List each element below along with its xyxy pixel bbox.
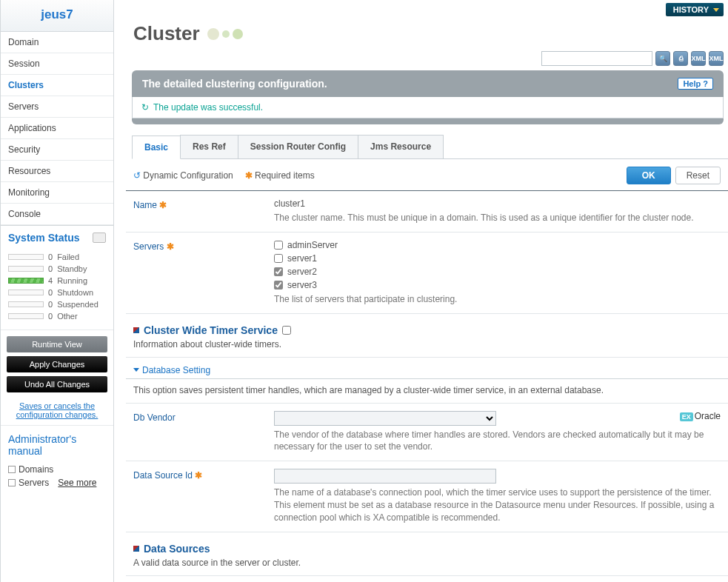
servers-row: Servers ✱ adminServerserver1server2serve…	[126, 233, 728, 314]
monitor-icon[interactable]	[93, 233, 106, 243]
db-vendor-select[interactable]	[274, 411, 496, 426]
status-label: Other	[57, 312, 78, 321]
server-checkbox-server1[interactable]	[274, 254, 283, 263]
status-count: 0	[48, 300, 53, 309]
toolbar: 🔍 ⎙ XML XML	[126, 51, 728, 70]
brand-title: jeus7	[1, 0, 113, 32]
server-checkbox-server3[interactable]	[274, 281, 283, 290]
nav-item-resources[interactable]: Resources	[1, 161, 113, 182]
nav-item-domain[interactable]: Domain	[1, 32, 113, 53]
server-option-server3: server3	[274, 280, 721, 290]
servers-label: Servers ✱	[133, 240, 274, 306]
nav-item-session[interactable]: Session	[1, 53, 113, 75]
ds-id-input[interactable]	[274, 469, 496, 484]
tab-res-ref[interactable]: Res Ref	[180, 135, 238, 158]
upload-xml-icon[interactable]: XML	[691, 51, 706, 66]
data-sources-header: Data Sources	[126, 532, 728, 556]
section-icon	[133, 327, 139, 333]
download-xml-icon[interactable]: XML	[709, 51, 724, 66]
database-setting-toggle[interactable]: Database Setting	[126, 358, 728, 379]
required-icon: ✱	[245, 170, 253, 181]
panel-title: The detailed clustering configuration.	[142, 78, 327, 90]
nav-item-console[interactable]: Console	[1, 204, 113, 225]
search-icon[interactable]: 🔍	[655, 51, 670, 66]
save-note: Saves or cancels the configuration chang…	[1, 398, 113, 425]
legend-row: ↻ Dynamic Configuration ✱ Required items…	[126, 159, 728, 191]
status-count: 4	[48, 276, 53, 285]
server-option-server2: server2	[274, 267, 721, 277]
cluster-timer-header: Cluster Wide Timer Service	[126, 314, 728, 338]
data-sources-title: Data Sources	[144, 543, 210, 555]
ds-id-row: Data Source Id ✱ The name of a database'…	[126, 461, 728, 532]
book-icon	[8, 479, 16, 486]
nav-item-security[interactable]: Security	[1, 139, 113, 161]
db-vendor-example: EXOracle	[680, 411, 721, 421]
server-option-server1: server1	[274, 253, 721, 264]
nav-item-clusters[interactable]: Clusters	[1, 75, 113, 96]
status-label: Standby	[57, 264, 87, 273]
status-bar	[8, 313, 44, 319]
status-row-running: 4Running	[8, 275, 106, 287]
required-icon: ✱	[159, 200, 167, 210]
ds-id-desc: The name of a database's connection pool…	[274, 486, 721, 524]
tab-session-router-config[interactable]: Session Router Config	[238, 135, 358, 158]
cluster-timer-title: Cluster Wide Timer Service	[144, 324, 278, 336]
status-bar	[8, 266, 44, 272]
servers-desc: The list of servers that participate in …	[274, 293, 721, 306]
db-vendor-label: Db Vendor	[133, 411, 274, 454]
server-option-adminServer: adminServer	[274, 240, 721, 250]
tab-basic[interactable]: Basic	[132, 136, 181, 159]
system-status-header: System Status	[1, 225, 113, 248]
tab-jms-resource[interactable]: Jms Resource	[358, 135, 444, 158]
status-row-failed: 0Failed	[8, 251, 106, 263]
required-legend: ✱ Required items	[245, 170, 315, 181]
history-button[interactable]: HISTORY	[666, 3, 724, 16]
server-option-label: server1	[287, 253, 317, 264]
main-content: HISTORY Cluster 🔍 ⎙ XML XML The detailed…	[114, 0, 728, 582]
cluster-timer-checkbox[interactable]	[282, 326, 291, 335]
manual-item-servers[interactable]: Servers	[19, 478, 49, 488]
status-row-suspended: 0Suspended	[8, 298, 106, 310]
system-status-title: System Status	[8, 232, 79, 244]
undo-changes-button[interactable]: Undo All Changes	[7, 376, 107, 392]
server-checkbox-server2[interactable]	[274, 267, 283, 276]
chevron-down-icon	[133, 368, 139, 372]
panel-header: The detailed clustering configuration. H…	[132, 70, 724, 97]
data-sources-desc: A valid data source in the server or clu…	[126, 556, 728, 576]
section-icon	[133, 546, 139, 552]
server-option-label: server3	[287, 280, 317, 290]
db-vendor-row: Db Vendor EXOracle The vendor of the dat…	[126, 404, 728, 462]
print-icon[interactable]: ⎙	[673, 51, 688, 66]
manual-list: Domains ServersSee more	[1, 460, 113, 498]
name-desc: The cluster name. This must be unique in…	[274, 212, 721, 224]
nav-item-applications[interactable]: Applications	[1, 118, 113, 139]
page-title-text: Cluster	[133, 22, 200, 45]
database-setting-desc: This option saves persistent timer handl…	[126, 379, 728, 404]
dynamic-icon: ↻	[133, 170, 141, 181]
dynamic-legend: ↻ Dynamic Configuration	[133, 170, 233, 181]
sidebar: jeus7 DomainSessionClustersServersApplic…	[0, 0, 114, 582]
reset-button[interactable]: Reset	[675, 167, 721, 184]
see-more-link[interactable]: See more	[58, 478, 96, 488]
manual-header: Administrator's manual	[1, 425, 113, 460]
status-row-standby: 0Standby	[8, 263, 106, 275]
status-label: Failed	[57, 252, 79, 261]
required-icon: ✱	[167, 241, 174, 252]
server-option-label: adminServer	[287, 240, 338, 250]
search-input[interactable]	[541, 51, 652, 66]
decorative-bubbles	[207, 28, 243, 40]
status-label: Running	[57, 276, 87, 285]
name-value: cluster1	[274, 198, 721, 209]
server-checkbox-adminServer[interactable]	[274, 241, 283, 250]
runtime-view-button[interactable]: Runtime View	[7, 336, 107, 352]
help-button[interactable]: Help ?	[678, 78, 713, 90]
manual-item-domains[interactable]: Domains	[19, 464, 53, 475]
save-note-link[interactable]: Saves or cancels the configuration chang…	[16, 401, 98, 419]
name-label: Name ✱	[133, 198, 274, 224]
apply-changes-button[interactable]: Apply Changes	[7, 356, 107, 372]
ok-button[interactable]: OK	[627, 167, 671, 184]
nav-item-servers[interactable]: Servers	[1, 96, 113, 118]
status-count: 0	[48, 264, 53, 273]
status-label: Suspended	[57, 300, 98, 309]
nav-item-monitoring[interactable]: Monitoring	[1, 182, 113, 204]
